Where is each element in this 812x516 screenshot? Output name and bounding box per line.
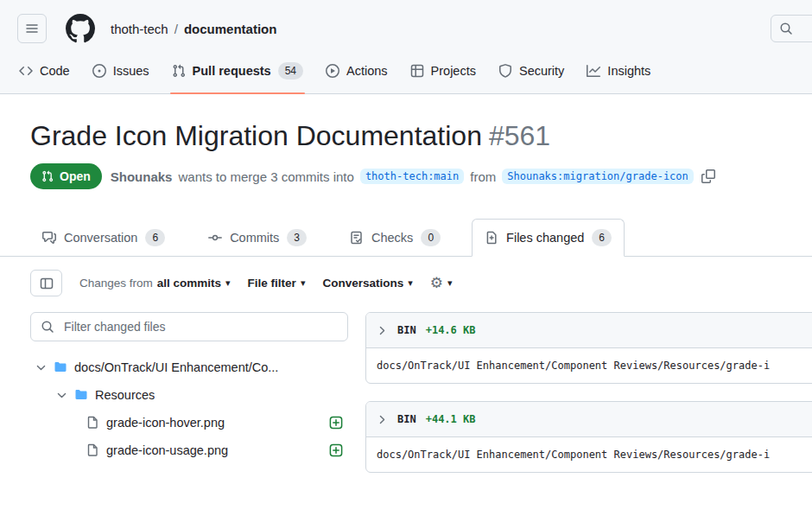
tab-commits[interactable]: Commits 3 [196,220,319,256]
commit-range-value: all commits [157,277,221,290]
file-path: docs/OnTrack/UI Enhancement/Component Re… [366,348,812,383]
pr-title-text: Grade Icon Migration Documentation [30,120,482,151]
chevron-down-icon: ▾ [225,278,231,288]
file-size-added: +14.6 KB [426,324,476,336]
tree-folder-resources[interactable]: Resources [51,381,348,409]
pr-merge-summary: Shounaks wants to merge 3 commits into t… [111,168,717,185]
diff-added-icon [329,416,343,430]
file-icon [86,416,99,430]
file-diff-icon [485,231,498,245]
from-text: from [470,169,496,184]
tree-folder-docs[interactable]: docs/OnTrack/UI Enhancement/Co... [30,354,348,381]
tab-checks[interactable]: Checks 0 [338,220,453,256]
hamburger-menu-button[interactable] [17,14,47,43]
hamburger-icon [25,22,39,35]
nav-tab-actions[interactable]: Actions [319,54,395,93]
nav-tab-code[interactable]: Code [12,54,77,93]
tab-label: Files changed [506,231,584,245]
file-path: docs/OnTrack/UI Enhancement/Component Re… [366,437,812,472]
copy-branch-button[interactable] [700,168,717,185]
nav-tab-label: Insights [607,64,650,78]
header-search-box[interactable] [771,15,812,42]
pr-state-badge: Open [30,163,102,189]
pr-title: Grade Icon Migration Documentation#561 [30,118,782,153]
merge-text: wants to merge 3 commits into [178,169,353,184]
diff-content: docs/OnTrack/UI Enhancement/Co... Resour… [30,312,812,490]
nav-tab-security[interactable]: Security [492,54,571,93]
tree-item-label: grade-icon-hover.png [106,416,225,430]
chevron-right-icon [377,325,388,336]
tab-label: Conversation [64,231,137,245]
pull-requests-count-badge: 54 [278,62,303,80]
file-diff-box-1: BIN +14.6 KB docs/OnTrack/UI Enhancement… [365,312,812,384]
nav-tab-label: Pull requests [193,64,271,78]
pr-state-label: Open [60,169,91,183]
chevron-down-icon [56,390,67,401]
chevron-down-icon: ▾ [408,278,413,288]
tree-file-grade-icon-usage[interactable]: grade-icon-usage.png [80,436,348,464]
toggle-file-tree-button[interactable] [30,270,62,296]
head-branch-label[interactable]: Shounaks:migration/grade-icon [502,169,694,184]
nav-tab-label: Actions [346,64,388,78]
diff-toolbar: Changes from all commits ▾ File filter ▾… [30,270,782,296]
breadcrumb-org-link[interactable]: thoth-tech [111,22,168,36]
nav-tab-pull-requests[interactable]: Pull requests 54 [165,54,310,93]
nav-tab-label: Code [40,64,70,78]
nav-tab-label: Security [519,64,564,78]
bin-label: BIN [397,324,416,336]
diff-list: BIN +14.6 KB docs/OnTrack/UI Enhancement… [365,312,812,490]
chevron-right-icon [377,414,388,425]
checklist-icon [350,231,364,245]
file-size-added: +44.1 KB [426,413,476,425]
tab-files-changed[interactable]: Files changed 6 [472,219,625,257]
breadcrumb-repo-link[interactable]: documentation [184,22,277,36]
shield-icon [498,64,512,78]
chevron-down-icon: ▾ [301,278,306,288]
play-icon [326,64,339,78]
file-diff-header[interactable]: BIN +14.6 KB [366,313,812,348]
tab-count-badge: 6 [145,229,165,246]
tab-conversation[interactable]: Conversation 6 [30,220,177,256]
pr-status-row: Open Shounaks wants to merge 3 commits i… [30,163,782,189]
pull-request-icon [172,64,186,78]
nav-tab-issues[interactable]: Issues [86,54,156,93]
conversations-label: Conversations [322,277,403,290]
tab-count-badge: 3 [287,229,307,246]
file-filter-label: File filter [248,277,296,290]
gear-icon: ⚙ [430,276,443,290]
nav-tab-projects[interactable]: Projects [403,54,483,93]
github-logo[interactable] [66,14,95,43]
table-icon [410,64,424,78]
tree-file-grade-icon-hover[interactable]: grade-icon-hover.png [80,409,348,436]
tree-item-label: Resources [95,388,155,402]
diff-settings-dropdown[interactable]: ⚙ ▾ [430,276,453,290]
tab-count-badge: 0 [421,229,441,246]
chevron-down-icon [35,362,47,373]
graph-icon [587,64,600,78]
nav-tab-label: Issues [113,64,149,78]
sidebar-collapse-icon [40,277,54,290]
header-top-row: thoth-tech / documentation [0,0,812,52]
search-icon [41,320,54,334]
conversations-dropdown[interactable]: Conversations ▾ [322,277,412,290]
pr-number: #561 [489,120,550,151]
file-icon [86,443,99,457]
breadcrumb-separator: / [174,22,178,36]
pr-main: Grade Icon Migration Documentation#561 O… [0,118,812,490]
file-diff-box-2: BIN +44.1 KB docs/OnTrack/UI Enhancement… [365,401,812,473]
pr-author-link[interactable]: Shounaks [111,169,173,184]
repo-nav: Code Issues Pull requests 54 Actions Pro… [0,52,812,93]
commit-range-dropdown[interactable]: Changes from all commits ▾ [79,277,231,290]
filter-changed-files-input[interactable] [62,319,338,334]
nav-tab-insights[interactable]: Insights [580,54,657,93]
file-filter-dropdown[interactable]: File filter ▾ [248,277,306,290]
file-tree: docs/OnTrack/UI Enhancement/Co... Resour… [30,354,348,464]
tree-item-label: docs/OnTrack/UI Enhancement/Co... [74,360,278,374]
file-diff-header[interactable]: BIN +44.1 KB [366,402,812,437]
tab-label: Checks [371,231,413,245]
breadcrumb: thoth-tech / documentation [111,22,276,36]
chevron-down-icon: ▾ [447,278,453,288]
search-icon [779,22,793,35]
diff-added-icon [329,443,343,457]
base-branch-label[interactable]: thoth-tech:main [360,169,464,184]
